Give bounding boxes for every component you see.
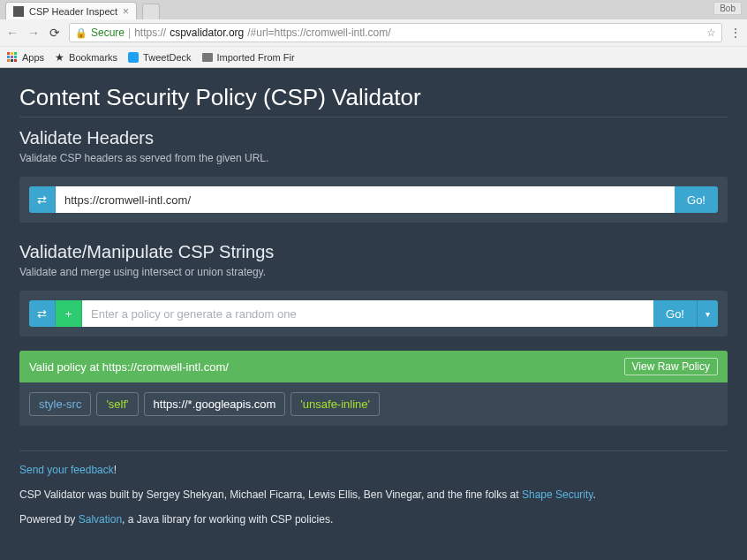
tweetdeck-icon <box>128 52 139 63</box>
result-body: style-src 'self' https://*.googleapis.co… <box>19 382 728 426</box>
apps-button[interactable]: Apps <box>7 52 44 63</box>
go-button[interactable]: Go! <box>675 186 718 213</box>
user-badge[interactable]: Bob <box>713 2 742 15</box>
folder-icon <box>202 53 213 62</box>
url-host: cspvalidator.org <box>170 26 244 39</box>
page-content: Content Security Policy (CSP) Validator … <box>0 68 747 560</box>
star-icon: ★ <box>55 51 64 64</box>
validate-headers-panel: ⇄ Go! <box>19 177 728 223</box>
add-button[interactable]: + <box>56 300 82 327</box>
shuffle-icon: ⇄ <box>37 307 47 321</box>
validate-strings-panel: ⇄ + Go! ▾ <box>19 291 728 337</box>
new-tab-button[interactable] <box>142 4 160 19</box>
favicon-icon <box>13 6 24 17</box>
url-path: /#url=https://cromwell-intl.com/ <box>247 26 390 39</box>
policy-keyword[interactable]: 'unsafe-inline' <box>290 392 380 416</box>
policy-value[interactable]: https://*.googleapis.com <box>144 392 286 416</box>
secure-label: Secure <box>91 26 124 39</box>
shape-security-link[interactable]: Shape Security <box>522 488 593 501</box>
bookmark-tweetdeck[interactable]: TweetDeck <box>128 52 191 63</box>
footer: Send your feedback! CSP Validator was bu… <box>19 450 728 527</box>
validate-headers-subtext: Validate CSP headers as served from the … <box>19 152 728 164</box>
forward-button[interactable]: → <box>26 26 41 40</box>
go-button[interactable]: Go! <box>653 300 697 327</box>
result-status-bar: Valid policy at https://cromwell-intl.co… <box>19 351 728 382</box>
bookmarks-bar: Apps ★ Bookmarks TweetDeck Imported From… <box>0 46 747 67</box>
bookmark-label: TweetDeck <box>143 52 191 63</box>
apps-icon <box>7 52 18 63</box>
shuffle-button[interactable]: ⇄ <box>29 186 56 213</box>
go-dropdown-button[interactable]: ▾ <box>697 300 718 327</box>
footer-text: . <box>592 488 595 501</box>
footer-text: CSP Validator was built by Sergey Shekya… <box>19 488 522 501</box>
page-title: Content Security Policy (CSP) Validator <box>19 84 728 117</box>
bookmark-imported[interactable]: Imported From Fir <box>202 52 295 63</box>
address-row: ← → ⟳ 🔒 Secure | https://cspvalidator.or… <box>0 19 747 46</box>
chevron-down-icon: ▾ <box>706 309 710 319</box>
browser-tab[interactable]: CSP Header Inspect × <box>5 2 137 19</box>
footer-text: ! <box>114 464 117 476</box>
back-button[interactable]: ← <box>5 26 19 40</box>
bookmark-label: Imported From Fir <box>217 52 295 63</box>
reload-button[interactable]: ⟳ <box>48 26 62 40</box>
bookmark-star-icon[interactable]: ☆ <box>706 26 716 39</box>
bookmark-bookmarks[interactable]: ★ Bookmarks <box>55 51 117 64</box>
url-input-row: ⇄ Go! <box>29 186 718 213</box>
apps-label: Apps <box>22 52 44 63</box>
browser-chrome: CSP Header Inspect × Bob ← → ⟳ 🔒 Secure … <box>0 0 747 68</box>
view-raw-button[interactable]: View Raw Policy <box>624 358 718 375</box>
shuffle-button[interactable]: ⇄ <box>29 300 56 327</box>
tab-title: CSP Header Inspect <box>29 6 117 17</box>
result-status-text: Valid policy at https://cromwell-intl.co… <box>29 360 229 374</box>
validate-headers-heading: Validate Headers <box>19 128 728 148</box>
validate-strings-heading: Validate/Manipulate CSP Strings <box>19 242 728 262</box>
policy-input[interactable] <box>82 300 653 327</box>
policy-directive[interactable]: style-src <box>29 392 91 416</box>
validate-strings-subtext: Validate and merge using intersect or un… <box>19 266 728 278</box>
footer-text: Powered by <box>19 513 79 526</box>
footer-text: , a Java library for working with CSP po… <box>122 513 333 526</box>
policy-keyword[interactable]: 'self' <box>96 392 138 416</box>
plus-icon: + <box>65 307 72 321</box>
tab-strip: CSP Header Inspect × Bob <box>0 0 747 19</box>
policy-input-row: ⇄ + Go! ▾ <box>29 300 718 327</box>
shuffle-icon: ⇄ <box>37 193 47 207</box>
lock-icon: 🔒 <box>75 27 87 39</box>
separator: | <box>128 26 131 39</box>
close-icon[interactable]: × <box>123 6 129 17</box>
url-scheme: https:// <box>134 26 166 39</box>
salvation-link[interactable]: Salvation <box>79 513 122 526</box>
bookmark-label: Bookmarks <box>69 52 117 63</box>
chrome-menu-icon[interactable]: ⋮ <box>729 26 742 40</box>
address-bar[interactable]: 🔒 Secure | https://cspvalidator.org/#url… <box>69 23 722 42</box>
feedback-link[interactable]: Send your feedback <box>19 464 114 476</box>
url-input[interactable] <box>56 186 675 213</box>
